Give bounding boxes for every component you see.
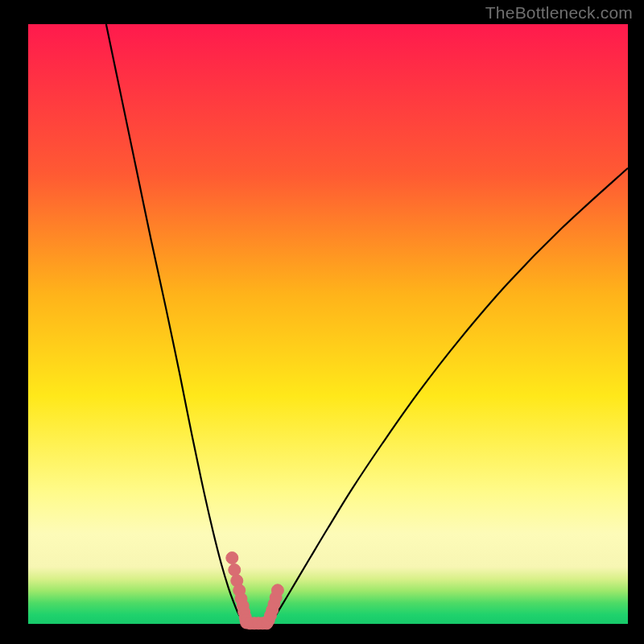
marker-dot xyxy=(226,552,238,564)
bottleneck-chart xyxy=(0,0,644,644)
chart-stage: TheBottleneck.com xyxy=(0,0,644,644)
watermark-text: TheBottleneck.com xyxy=(485,3,633,23)
plot-background xyxy=(28,24,628,624)
marker-dot xyxy=(271,584,283,597)
marker-dot xyxy=(229,564,241,576)
